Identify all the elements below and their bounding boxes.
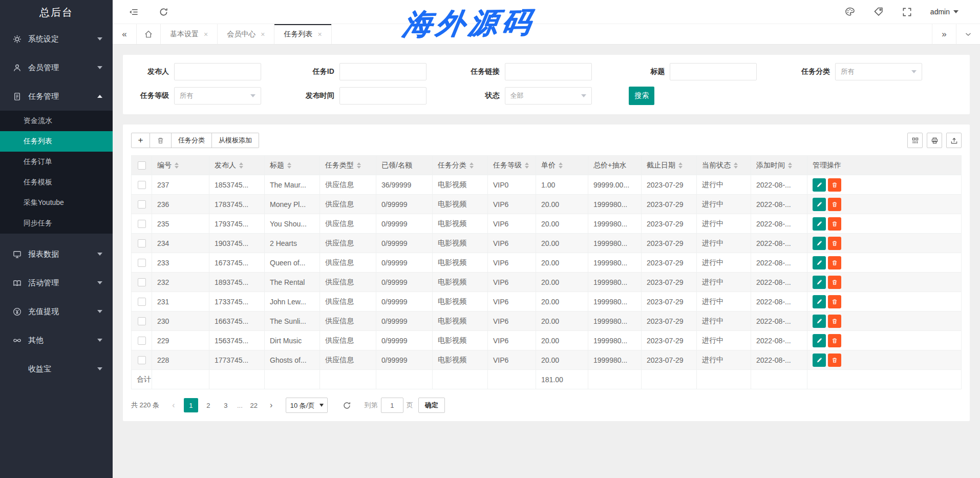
col-type[interactable]: 任务类型 (320, 156, 376, 175)
edit-button[interactable] (813, 315, 826, 328)
col-deadline[interactable]: 截止日期 (642, 156, 697, 175)
tabs-more-button[interactable] (956, 24, 980, 44)
export-icon[interactable] (946, 133, 962, 148)
tabs-scroll-right-button[interactable]: » (932, 24, 956, 44)
edit-button[interactable] (813, 178, 826, 192)
sidebar-item-recharge-withdraw[interactable]: 充值提现 (0, 297, 113, 326)
sidebar-subitem-collect-youtube[interactable]: 采集Youtube (0, 193, 113, 213)
delete-button[interactable] (828, 276, 841, 289)
fullscreen-icon[interactable] (902, 6, 913, 17)
delete-button[interactable] (828, 295, 841, 308)
print-icon[interactable] (927, 133, 942, 148)
user-menu[interactable]: admin (930, 8, 958, 16)
edit-button[interactable] (813, 295, 826, 308)
search-button[interactable]: 搜索 (629, 87, 654, 105)
edit-button[interactable] (813, 276, 826, 289)
title-input[interactable] (670, 63, 757, 80)
col-status[interactable]: 当前状态 (697, 156, 751, 175)
sort-icon[interactable] (788, 162, 792, 169)
sort-icon[interactable] (559, 162, 563, 169)
tag-icon[interactable] (873, 6, 884, 17)
pagination-refresh-icon[interactable] (340, 398, 354, 412)
page-button-22[interactable]: 22 (247, 398, 261, 412)
col-level[interactable]: 任务等级 (488, 156, 536, 175)
col-added[interactable]: 添加时间 (751, 156, 807, 175)
close-icon[interactable]: × (204, 30, 208, 38)
sort-icon[interactable] (470, 162, 474, 169)
edit-button[interactable] (813, 237, 826, 250)
sort-icon[interactable] (239, 162, 243, 169)
delete-button[interactable] (828, 237, 841, 250)
col-title[interactable]: 标题 (265, 156, 320, 175)
columns-toggle-icon[interactable] (907, 133, 923, 148)
goto-page-input[interactable] (381, 398, 403, 413)
close-icon[interactable]: × (261, 30, 265, 38)
sort-icon[interactable] (734, 162, 738, 169)
publish-time-input[interactable] (339, 87, 427, 105)
tab-member-center[interactable]: 会员中心 × (218, 24, 274, 44)
tabs-scroll-left-button[interactable]: « (113, 24, 137, 44)
sidebar-subitem-funds-flow[interactable]: 资金流水 (0, 111, 113, 131)
refresh-icon[interactable] (158, 6, 169, 17)
sidebar-item-activity-management[interactable]: 活动管理 (0, 268, 113, 297)
sidebar-subitem-sync-tasks[interactable]: 同步任务 (0, 213, 113, 234)
next-page-button[interactable]: › (264, 398, 279, 412)
delete-selected-button[interactable] (150, 133, 172, 148)
row-checkbox[interactable] (138, 337, 146, 345)
delete-button[interactable] (828, 334, 841, 347)
tab-task-list[interactable]: 任务列表 × (274, 24, 331, 44)
sidebar-subitem-task-orders[interactable]: 任务订单 (0, 152, 113, 172)
page-button-2[interactable]: 2 (201, 398, 216, 412)
edit-button[interactable] (813, 354, 826, 367)
col-id[interactable]: 编号 (152, 156, 209, 175)
row-checkbox[interactable] (138, 356, 146, 364)
task-id-input[interactable] (339, 63, 427, 80)
sort-icon[interactable] (287, 162, 291, 169)
col-category[interactable]: 任务分类 (433, 156, 488, 175)
delete-button[interactable] (828, 354, 841, 367)
col-price[interactable]: 单价 (536, 156, 588, 175)
row-checkbox[interactable] (138, 220, 146, 228)
row-checkbox[interactable] (138, 181, 146, 189)
sidebar-item-system-settings[interactable]: 系统设定 (0, 25, 113, 53)
home-tab-button[interactable] (137, 24, 161, 44)
page-button-1[interactable]: 1 (184, 398, 198, 412)
sidebar-item-report-data[interactable]: 报表数据 (0, 240, 113, 268)
publisher-input[interactable] (174, 63, 261, 80)
prev-page-button[interactable]: ‹ (166, 398, 181, 412)
row-checkbox[interactable] (138, 278, 146, 286)
page-size-select[interactable]: 10 条/页 (286, 398, 328, 413)
theme-palette-icon[interactable] (844, 6, 856, 17)
delete-button[interactable] (828, 178, 841, 192)
select-all-checkbox[interactable] (138, 161, 146, 170)
sort-icon[interactable] (357, 162, 361, 169)
close-icon[interactable]: × (317, 30, 322, 38)
row-checkbox[interactable] (138, 259, 146, 267)
edit-button[interactable] (813, 198, 826, 211)
delete-button[interactable] (828, 256, 841, 269)
col-publisher[interactable]: 发布人 (209, 156, 265, 175)
row-checkbox[interactable] (138, 298, 146, 306)
edit-button[interactable] (813, 334, 826, 347)
sort-icon[interactable] (525, 162, 529, 169)
add-task-button[interactable]: + (131, 133, 150, 148)
tab-basic-settings[interactable]: 基本设置 × (161, 24, 218, 44)
delete-button[interactable] (828, 315, 841, 328)
delete-button[interactable] (828, 217, 841, 231)
sidebar-subitem-task-list[interactable]: 任务列表 (0, 131, 113, 152)
sidebar-item-task-management[interactable]: 任务管理 (0, 82, 113, 111)
delete-button[interactable] (828, 198, 841, 211)
row-checkbox[interactable] (138, 317, 146, 325)
row-checkbox[interactable] (138, 239, 146, 247)
task-category-select[interactable]: 所有 (835, 63, 922, 80)
sort-icon[interactable] (175, 162, 179, 169)
goto-confirm-button[interactable]: 确定 (418, 398, 445, 413)
row-checkbox[interactable] (138, 200, 146, 209)
collapse-menu-icon[interactable] (128, 6, 139, 17)
task-category-button[interactable]: 任务分类 (172, 133, 212, 148)
edit-button[interactable] (813, 256, 826, 269)
sort-icon[interactable] (678, 162, 683, 169)
status-select[interactable]: 全部 (505, 87, 592, 105)
edit-button[interactable] (813, 217, 826, 231)
task-link-input[interactable] (505, 63, 592, 80)
